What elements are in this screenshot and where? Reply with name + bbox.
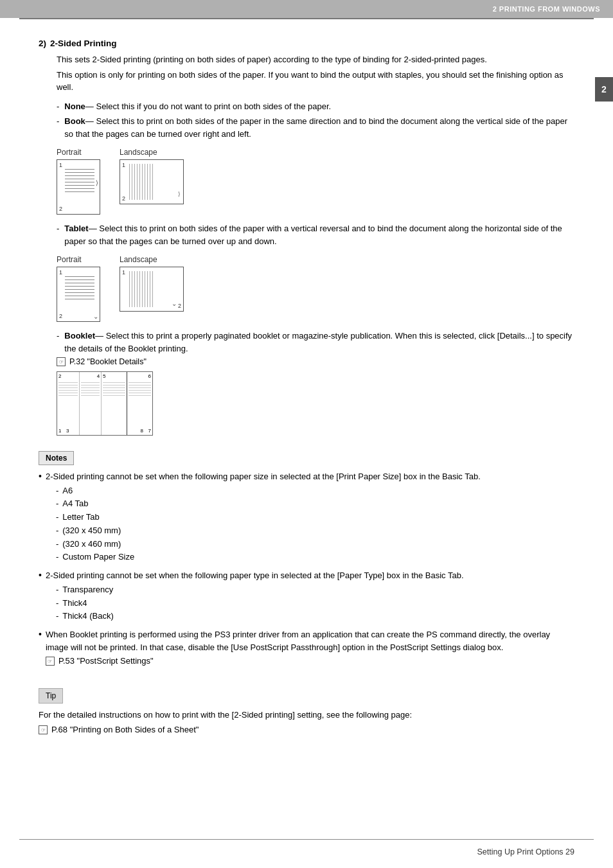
note-1-sub-list: -A6 -A4 Tab -Letter Tab -(320 x 450 mm) … <box>56 484 481 565</box>
tablet-term: Tablet <box>64 224 88 233</box>
book-option: - Book— Select this to print on both sid… <box>57 115 574 140</box>
tip-ref: ☞ P.68 "Printing on Both Sides of a Shee… <box>39 723 574 736</box>
binding-arrow: ⟩ <box>96 179 98 186</box>
booklet-diagram-container: 2 1 4 <box>57 371 574 436</box>
tablet-portrait-diagram: Portrait 1 2 ⌄ <box>57 255 100 322</box>
bottom-divider <box>19 839 594 840</box>
note-1-sub-3: -Letter Tab <box>56 511 481 524</box>
tablet-arrow: ⌄ <box>93 313 98 320</box>
note-2: • 2-Sided printing cannot be set when th… <box>39 569 574 623</box>
tip-ref-text: P.68 "Printing on Both Sides of a Sheet" <box>51 723 199 736</box>
tip-section: Tip For the detailed instructions on how… <box>39 678 574 736</box>
note-1-sub-1: -A6 <box>56 484 481 498</box>
booklet-page-left-inner: 4 <box>80 372 102 435</box>
note-1-sub-6: -Custom Paper Size <box>56 551 481 564</box>
note-1: • 2-Sided printing cannot be set when th… <box>39 470 574 564</box>
note-3-text: When Booklet printing is performed using… <box>46 630 550 652</box>
side-tab: 2 <box>595 77 613 102</box>
booklet-option: - Booklet— Select this to print a proper… <box>57 330 574 355</box>
tablet-landscape-diagram: Landscape 1 2 <box>120 255 184 312</box>
booklet-ref-text: P.32 "Booklet Details" <box>69 357 147 366</box>
tablet-desc: — Select this to print on both sides of … <box>64 224 562 246</box>
note-2-sub-3: -Thick4 (Back) <box>56 610 464 623</box>
tablet-portrait-label: Portrait <box>57 255 82 264</box>
landscape-page-num-2: 2 <box>122 195 125 202</box>
booklet-diagram: 2 1 4 <box>57 371 153 436</box>
booklet-page-left-outer: 2 1 <box>57 372 80 435</box>
tip-text: For the detailed instructions on how to … <box>39 709 574 722</box>
portrait-paper: 1 2 ⟩ <box>57 159 100 215</box>
tip-ref-icon: ☞ <box>39 725 48 734</box>
none-desc: — Select this if you do not want to prin… <box>85 102 331 111</box>
main-content: 2) 2-Sided Printing This sets 2-Sided pr… <box>0 19 613 775</box>
header-title: 2 PRINTING FROM WINDOWS <box>493 5 600 13</box>
tablet-diagrams: Portrait 1 2 ⌄ <box>57 255 574 322</box>
section-title: 2-Sided Printing <box>50 39 117 48</box>
tablet-page-num-1: 1 <box>59 269 62 276</box>
tablet-landscape-label: Landscape <box>120 255 157 264</box>
note-1-sub-4: -(320 x 450 mm) <box>56 524 481 538</box>
booklet-desc: — Select this to print a properly pagina… <box>64 331 572 353</box>
note-2-sub-list: -Transparency -Thick4 -Thick4 (Back) <box>56 583 464 623</box>
tablet-portrait-paper: 1 2 ⌄ <box>57 267 100 322</box>
portrait-diagram: Portrait 1 2 <box>57 148 100 215</box>
note-2-text: 2-Sided printing cannot be set when the … <box>46 571 464 580</box>
tablet-landscape-paper: 1 2 ⌄ <box>120 267 184 312</box>
note-1-sub-5: -(320 x 460 mm) <box>56 538 481 551</box>
booklet-page-right-inner: 5 <box>102 372 127 435</box>
tip-label: Tip <box>39 688 63 704</box>
page-footer: Setting Up Print Options 29 <box>39 847 574 856</box>
booklet-page-right-outer: 6 7 <box>127 372 152 435</box>
book-term: Book <box>64 116 85 126</box>
notes-section: Notes • 2-Sided printing cannot be set w… <box>39 441 574 668</box>
note-1-sub-2: -A4 Tab <box>56 497 481 511</box>
page-container: 2 PRINTING FROM WINDOWS 2 2) 2-Sided Pri… <box>0 0 613 868</box>
top-header: 2 PRINTING FROM WINDOWS <box>0 0 613 18</box>
booklet-term: Booklet <box>64 331 95 341</box>
landscape-diagram: Landscape 1 2 <box>120 148 184 204</box>
tablet-option: - Tablet— Select this to print on both s… <box>57 222 574 247</box>
section-intro: This sets 2-Sided printing (printing on … <box>57 53 574 94</box>
note-3-ref-text: P.53 "PostScript Settings" <box>58 655 154 668</box>
section-header: 2) 2-Sided Printing <box>39 39 574 48</box>
note-3: • When Booklet printing is performed usi… <box>39 628 574 668</box>
tablet-landscape-num-2: 2 <box>178 303 181 309</box>
note-2-sub-1: -Transparency <box>56 583 464 597</box>
tablet-landscape-arrow: ⌄ <box>172 300 177 307</box>
book-desc: — Select this to print on both sides of … <box>64 116 567 139</box>
note-2-sub-2: -Thick4 <box>56 597 464 610</box>
tablet-landscape-num-1: 1 <box>122 269 125 276</box>
portrait-label: Portrait <box>57 148 82 157</box>
section-number: 2) <box>39 39 46 48</box>
note-3-ref: ☞ P.53 "PostScript Settings" <box>46 655 574 668</box>
none-term: None <box>64 102 85 111</box>
landscape-label: Landscape <box>120 148 157 157</box>
page-num-2: 2 <box>59 206 62 212</box>
intro-p2: This option is only for printing on both… <box>57 69 574 94</box>
note3-ref-icon: ☞ <box>46 657 55 666</box>
tablet-page-num-2: 2 <box>59 313 62 319</box>
landscape-page-num-1: 1 <box>122 162 125 168</box>
landscape-paper: 1 2 ⟩ <box>120 159 184 204</box>
intro-p1: This sets 2-Sided printing (printing on … <box>57 53 574 66</box>
none-option: - None— Select this if you do not want t… <box>57 100 574 113</box>
page-num-1: 1 <box>59 162 62 168</box>
note-1-text: 2-Sided printing cannot be set when the … <box>46 472 481 481</box>
footer-text: Setting Up Print Options 29 <box>477 847 574 856</box>
booklet-ref: ☞ P.32 "Booklet Details" <box>57 357 574 366</box>
book-diagrams: Portrait 1 2 <box>57 148 574 215</box>
landscape-arrow: ⟩ <box>178 191 181 197</box>
notes-label: Notes <box>39 451 74 465</box>
booklet-ref-icon: ☞ <box>57 357 66 366</box>
